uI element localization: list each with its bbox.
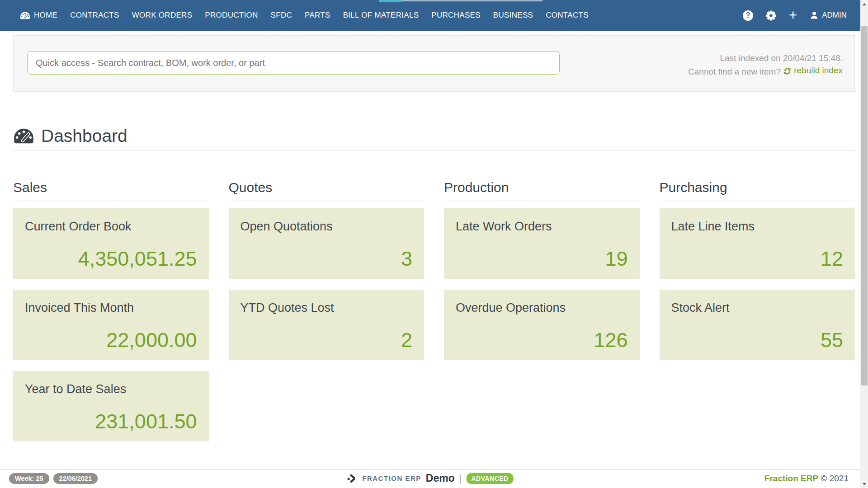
kpi-card-late-work-orders[interactable]: Late Work Orders 19 bbox=[444, 208, 640, 279]
column-quotes: Quotes Open Quotations 3 YTD Quotes Lost… bbox=[229, 180, 425, 452]
triangle-up-icon bbox=[863, 3, 866, 5]
top-navbar: HOME CONTRACTS WORK ORDERS PRODUCTION SF… bbox=[0, 0, 860, 31]
index-info: Last indexed on 20/04/21 15:48. Cannot f… bbox=[688, 51, 843, 78]
sync-icon bbox=[783, 67, 792, 75]
kpi-label: Invoiced This Month bbox=[25, 301, 197, 315]
date-badge: 22/06/2021 bbox=[53, 473, 98, 484]
nav-contracts[interactable]: CONTRACTS bbox=[64, 6, 125, 24]
kpi-value: 55 bbox=[821, 330, 843, 350]
nav-work-orders[interactable]: WORK ORDERS bbox=[126, 6, 199, 24]
copyright-brand: Fraction ERP bbox=[764, 474, 818, 483]
nav-purchases[interactable]: PURCHASES bbox=[425, 6, 487, 24]
rebuild-index-link[interactable]: rebuild index bbox=[783, 64, 843, 76]
kpi-value: 22,000.00 bbox=[106, 330, 197, 350]
nav-home-label: HOME bbox=[34, 11, 57, 20]
kpi-label: Year to Date Sales bbox=[25, 382, 197, 396]
user-icon bbox=[810, 11, 819, 20]
scrollbar[interactable] bbox=[860, 0, 868, 488]
kpi-value: 19 bbox=[605, 249, 627, 269]
video-progress-artifact bbox=[379, 0, 401, 2]
kpi-label: YTD Quotes Lost bbox=[241, 301, 413, 315]
add-button[interactable]: + bbox=[789, 11, 797, 20]
kpi-card-open-quotations[interactable]: Open Quotations 3 bbox=[229, 208, 425, 279]
nav-menu: HOME CONTRACTS WORK ORDERS PRODUCTION SF… bbox=[14, 6, 595, 24]
nav-home[interactable]: HOME bbox=[14, 6, 64, 24]
kpi-label: Stock Alert bbox=[671, 301, 844, 315]
kpi-label: Open Quotations bbox=[241, 220, 413, 234]
scrollbar-thumb[interactable] bbox=[861, 26, 868, 385]
kpi-grid: Sales Current Order Book 4,350,051.25 In… bbox=[13, 180, 855, 452]
kpi-card-ytd-quotes-lost[interactable]: YTD Quotes Lost 2 bbox=[229, 290, 425, 360]
column-title-sales: Sales bbox=[13, 180, 209, 195]
kpi-value: 4,350,051.25 bbox=[78, 249, 197, 269]
kpi-value: 231,001.50 bbox=[95, 411, 197, 432]
admin-menu[interactable]: ADMIN bbox=[810, 11, 847, 20]
help-button[interactable]: ? bbox=[743, 10, 753, 21]
kpi-card-invoiced-this-month[interactable]: Invoiced This Month 22,000.00 bbox=[13, 290, 209, 360]
nav-sfdc[interactable]: SFDC bbox=[264, 6, 298, 24]
last-indexed-text: Last indexed on 20/04/21 15:48. bbox=[688, 52, 843, 64]
dashboard-gauge-icon bbox=[13, 127, 34, 145]
copyright: Fraction ERP © 2021 bbox=[764, 474, 849, 483]
column-divider bbox=[444, 201, 640, 201]
help-icon: ? bbox=[743, 10, 753, 21]
footer-brand: FRACTION ERP Demo | ADVANCED bbox=[347, 472, 513, 484]
kpi-card-year-to-date-sales[interactable]: Year to Date Sales 231,001.50 bbox=[13, 371, 209, 441]
nav-bill-of-materials[interactable]: BILL OF MATERIALS bbox=[337, 6, 425, 24]
kpi-value: 3 bbox=[401, 249, 412, 269]
kpi-card-overdue-operations[interactable]: Overdue Operations 126 bbox=[444, 290, 640, 360]
column-divider bbox=[229, 201, 425, 201]
kpi-card-current-order-book[interactable]: Current Order Book 4,350,051.25 bbox=[13, 208, 209, 279]
plus-icon: + bbox=[789, 11, 797, 20]
nav-contacts[interactable]: CONTACTS bbox=[539, 6, 595, 24]
kpi-card-stock-alert[interactable]: Stock Alert 55 bbox=[660, 290, 855, 360]
gauge-icon bbox=[20, 11, 30, 20]
page-title: Dashboard bbox=[41, 126, 127, 146]
brand-demo: Demo bbox=[426, 472, 455, 484]
kpi-value: 126 bbox=[594, 330, 627, 350]
column-divider bbox=[13, 201, 209, 201]
gear-icon bbox=[766, 10, 776, 21]
kpi-label: Late Line Items bbox=[671, 220, 844, 234]
column-title-quotes: Quotes bbox=[229, 180, 425, 195]
video-progress-artifact-track bbox=[401, 0, 542, 1]
footer: Week: 25 22/06/2021 FRACTION ERP Demo | … bbox=[0, 469, 860, 488]
scrollbar-down-button[interactable] bbox=[860, 480, 868, 488]
week-badge: Week: 25 bbox=[9, 473, 49, 484]
advanced-badge: ADVANCED bbox=[466, 473, 513, 484]
triangle-down-icon bbox=[863, 483, 866, 485]
settings-button[interactable] bbox=[766, 10, 776, 21]
kpi-card-late-line-items[interactable]: Late Line Items 12 bbox=[660, 208, 855, 279]
heading-divider bbox=[13, 150, 855, 151]
kpi-label: Current Order Book bbox=[25, 220, 197, 234]
quick-access-panel: Last indexed on 20/04/21 15:48. Cannot f… bbox=[13, 35, 855, 92]
nav-production[interactable]: PRODUCTION bbox=[198, 6, 264, 24]
column-divider bbox=[660, 201, 855, 201]
cannot-find-text: Cannot find a new item? bbox=[688, 67, 781, 76]
brand-name: FRACTION ERP bbox=[362, 474, 421, 482]
kpi-label: Late Work Orders bbox=[456, 220, 628, 234]
nav-business[interactable]: BUSINESS bbox=[487, 6, 539, 24]
brand-separator: | bbox=[459, 473, 462, 484]
column-sales: Sales Current Order Book 4,350,051.25 In… bbox=[13, 180, 209, 452]
column-production: Production Late Work Orders 19 Overdue O… bbox=[444, 180, 640, 452]
fraction-erp-logo-icon bbox=[347, 473, 358, 484]
column-title-production: Production bbox=[444, 180, 640, 195]
column-title-purchasing: Purchasing bbox=[660, 180, 855, 195]
column-purchasing: Purchasing Late Line Items 12 Stock Aler… bbox=[660, 180, 855, 452]
quick-search-input[interactable] bbox=[27, 51, 560, 75]
admin-label: ADMIN bbox=[822, 11, 847, 20]
copyright-year: © 2021 bbox=[821, 474, 849, 483]
kpi-value: 12 bbox=[821, 249, 843, 269]
rebuild-index-label: rebuild index bbox=[794, 64, 843, 76]
kpi-value: 2 bbox=[401, 330, 412, 350]
nav-parts[interactable]: PARTS bbox=[298, 6, 337, 24]
scrollbar-up-button[interactable] bbox=[860, 0, 868, 8]
kpi-label: Overdue Operations bbox=[456, 301, 628, 315]
